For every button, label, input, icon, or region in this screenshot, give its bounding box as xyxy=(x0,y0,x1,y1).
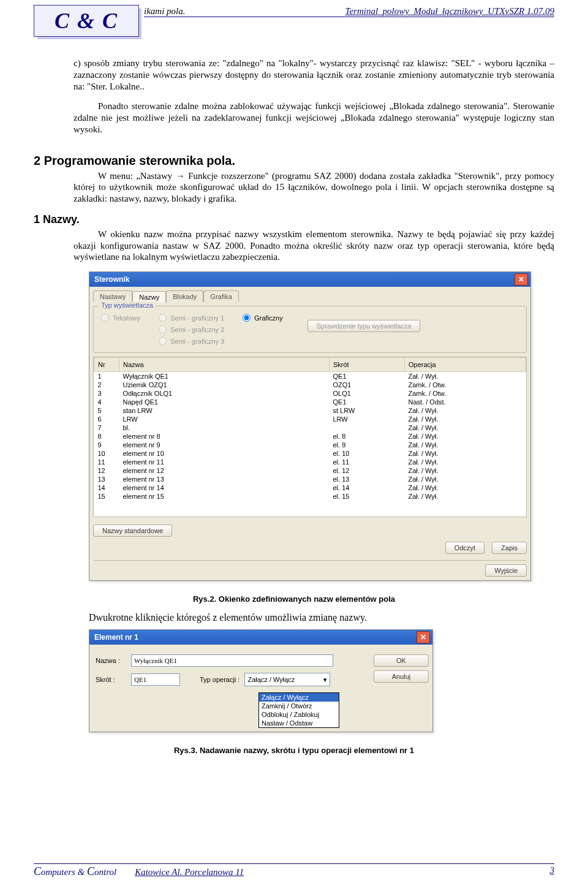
table-row[interactable]: 13element nr 13el. 13Zał. / Wył. xyxy=(94,475,526,483)
col-operacja[interactable]: Operacja xyxy=(405,358,526,372)
table-row[interactable]: 5stan LRWst LRWZał. / Wył. xyxy=(94,406,526,415)
sterownik-window: Sterownik ✕ Nastawy Nazwy Blokady Grafik… xyxy=(89,271,531,581)
read-button[interactable]: Odczyt xyxy=(445,542,484,554)
header-left: ikami pola. xyxy=(144,6,186,17)
table-row[interactable]: 4Napęd QE1QE1Nast. / Odst. xyxy=(94,398,526,406)
close-icon-2[interactable]: ✕ xyxy=(417,631,430,643)
sub-1-body: W okienku nazw można przypisać nazwy wsz… xyxy=(34,229,554,263)
table-row[interactable]: 2Uziemik OZQ1OZQ1Zamk. / Otw. xyxy=(94,381,526,389)
footer-left: Computers & Control Katowice Al. Porcela… xyxy=(34,865,244,878)
col-nazwa[interactable]: Nazwa xyxy=(119,358,330,372)
table-row[interactable]: 1Wyłącznik QE1QE1Zał. / Wył. xyxy=(94,372,526,381)
col-skrot[interactable]: Skrót xyxy=(330,358,405,372)
cancel-button[interactable]: Anuluj xyxy=(374,670,429,683)
window-title: Sterownik xyxy=(94,275,129,284)
skrot-input[interactable] xyxy=(131,673,180,686)
element-nr1-window: Element nr 1 ✕ Nazwa : Skrót : Typ opera… xyxy=(89,629,433,732)
radio-sg3[interactable]: Semi - graficzny 3 xyxy=(159,337,224,345)
caption-rys2: Rys.2. Okienko zdefiniowanych nazw eleme… xyxy=(34,594,554,604)
table-row[interactable]: 9element nr 9el. 9Zał. / Wył. xyxy=(94,441,526,449)
group-typ-wyswietlacza: Typ wyświetlacza xyxy=(99,301,156,309)
radio-sg2-label: Semi - graficzny 2 xyxy=(170,326,224,333)
titlebar-2[interactable]: Element nr 1 ✕ xyxy=(89,630,432,645)
table-row[interactable]: 8element nr 8el. 8Zał. / Wył. xyxy=(94,432,526,441)
typ-operacji-value: Załącz / Wyłącz xyxy=(247,676,295,683)
table-row[interactable]: 10element nr 10el. 10Zał. / Wył. xyxy=(94,449,526,458)
check-display-type-button[interactable]: Sprawdzenie typu wyświetlacza xyxy=(307,320,421,332)
close-icon[interactable]: ✕ xyxy=(514,273,528,286)
table-row[interactable]: 3Odłącznik OLQ1OLQ1Zamk. / Otw. xyxy=(94,389,526,398)
section-2-title: 2 Programowanie sterownika pola. xyxy=(34,154,554,168)
table-row[interactable]: 12element nr 12el. 12Zał. / Wył. xyxy=(94,466,526,475)
table-row[interactable]: 7bl. Zał. / Wył. xyxy=(94,423,526,432)
write-button[interactable]: Zapis xyxy=(492,542,527,554)
opt-zalacz-wylacz[interactable]: Załącz / Wyłącz xyxy=(259,693,339,702)
radio-sg1-label: Semi - graficzny 1 xyxy=(170,314,224,322)
section-2-body: W menu: „Nastawy → Funkcje rozszerzone" … xyxy=(34,170,554,205)
tab-blokady[interactable]: Blokady xyxy=(166,290,203,302)
window-title-2: Element nr 1 xyxy=(94,633,138,642)
standard-names-button[interactable]: Nazwy standardowe xyxy=(93,525,172,537)
label-skrot: Skrót : xyxy=(96,676,126,683)
typ-operacji-dropdown[interactable]: Załącz / Wyłącz Zamknij / Otwórz Odbloku… xyxy=(258,692,339,728)
table-row[interactable]: 11element nr 11el. 11Zał. / Wył. xyxy=(94,458,526,466)
radio-sg2[interactable]: Semi - graficzny 2 xyxy=(159,325,224,333)
radio-graficzny-label: Graficzny xyxy=(254,314,282,322)
chevron-down-icon: ▾ xyxy=(323,676,327,684)
elements-table[interactable]: Nr Nazwa Skrót Operacja 1Wyłącznik QE1QE… xyxy=(93,357,527,517)
label-nazwa: Nazwa : xyxy=(96,657,126,664)
para-c: c) sposób zmiany trybu sterowania ze: "z… xyxy=(34,58,554,92)
opt-zamknij-otworz[interactable]: Zamknij / Otwórz xyxy=(259,702,339,710)
radio-tekstowy-label: Tekstowy xyxy=(113,314,140,322)
table-row[interactable]: 14element nr 14el. 14Zał. / Wył. xyxy=(94,483,526,492)
logo: C & C xyxy=(34,5,139,37)
sub-1-title: 1 Nazwy. xyxy=(34,213,554,226)
opt-nastaw-odstaw[interactable]: Nastaw / Odstaw xyxy=(259,719,339,727)
table-row[interactable]: 6LRWLRWZał. / Wył. xyxy=(94,415,526,423)
label-typ-operacji: Typ operacji : xyxy=(200,676,239,683)
para-ponadto: Ponadto sterowanie zdalne można zablokow… xyxy=(34,100,554,135)
para-dblclick: Dwukrotne kliknięcie któregoś z elementó… xyxy=(34,612,554,623)
radio-sg1[interactable]: Semi - graficzny 1 xyxy=(159,314,224,322)
opt-odblokuj-zablokuj[interactable]: Odblokuj / Zablokuj xyxy=(259,710,339,719)
tab-grafika[interactable]: Grafika xyxy=(203,290,238,302)
radio-tekstowy[interactable]: Tekstowy xyxy=(101,314,140,322)
col-nr[interactable]: Nr xyxy=(94,358,119,372)
header-right: Terminal_polowy_Moduł_łącznikowy_UTXvSZR… xyxy=(345,6,554,17)
table-row[interactable]: 15element nr 15el. 15Zał. / Wył. xyxy=(94,492,526,501)
caption-rys3: Rys.3. Nadawanie nazwy, skrótu i typu op… xyxy=(34,746,554,755)
radio-graficzny[interactable]: Graficzny xyxy=(243,314,282,322)
nazwa-input[interactable] xyxy=(131,654,333,667)
tab-nastawy[interactable]: Nastawy xyxy=(93,290,132,302)
footer-page-number: 3 xyxy=(550,865,555,878)
ok-button[interactable]: OK xyxy=(374,654,429,667)
radio-sg3-label: Semi - graficzny 3 xyxy=(170,338,224,345)
titlebar[interactable]: Sterownik ✕ xyxy=(89,272,530,287)
typ-operacji-select[interactable]: Załącz / Wyłącz ▾ xyxy=(244,673,330,686)
exit-button[interactable]: Wyjście xyxy=(485,564,527,577)
